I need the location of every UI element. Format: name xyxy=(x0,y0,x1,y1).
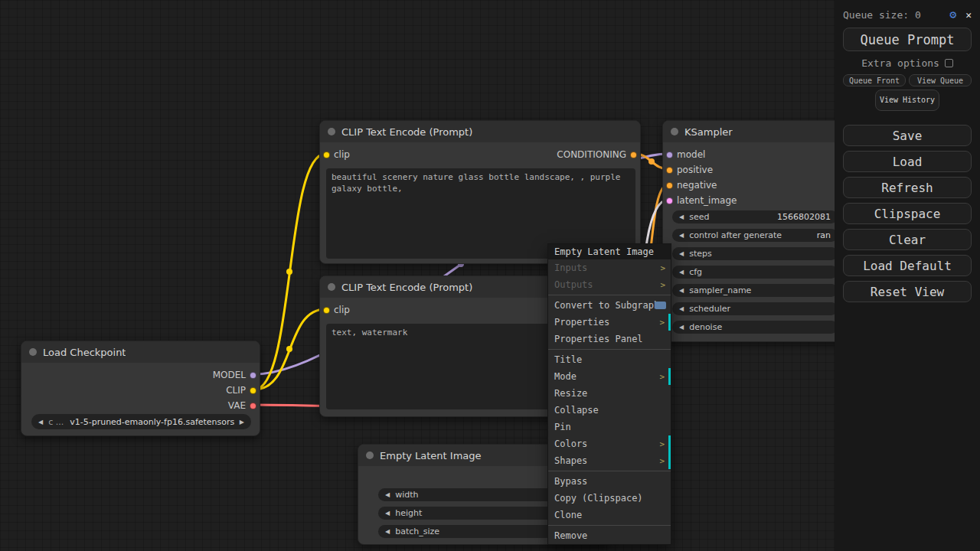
clipspace-button[interactable]: Clipspace xyxy=(843,203,972,224)
collapse-dot-icon[interactable] xyxy=(328,128,335,135)
load-button[interactable]: Load xyxy=(843,151,972,172)
output-slot-clip[interactable] xyxy=(250,387,256,394)
wire-dot xyxy=(286,269,292,275)
prev-value-icon[interactable]: ◀ xyxy=(679,324,684,331)
prev-value-icon[interactable]: ◀ xyxy=(38,419,43,425)
menu-item-outputs: Outputs > xyxy=(548,276,671,293)
view-queue-button[interactable]: View Queue xyxy=(909,74,972,86)
input-slot-clip[interactable] xyxy=(323,307,330,314)
settings-gear-icon[interactable]: ⚙ xyxy=(949,8,956,21)
clear-button[interactable]: Clear xyxy=(843,229,972,250)
save-button[interactable]: Save xyxy=(843,125,972,146)
submenu-arrow-icon: > xyxy=(659,372,665,382)
extra-options-checkbox[interactable] xyxy=(945,59,953,67)
prev-value-icon[interactable]: ◀ xyxy=(679,250,684,257)
node-load-checkpoint[interactable]: Load Checkpoint MODEL CLIP VAE ◀ c ... v… xyxy=(21,341,260,436)
menu-item-properties-panel[interactable]: Properties Panel xyxy=(548,331,671,347)
sampler-name-widget[interactable]: ◀ sampler_name xyxy=(672,284,838,297)
input-label-model: model xyxy=(677,149,705,160)
scheduler-widget[interactable]: ◀ scheduler xyxy=(672,302,838,315)
input-slot-latent-image[interactable] xyxy=(666,197,673,204)
prev-value-icon[interactable]: ◀ xyxy=(679,305,684,312)
input-slot-clip[interactable] xyxy=(323,152,330,158)
prev-value-icon[interactable]: ◀ xyxy=(679,287,684,294)
node-title: KSampler xyxy=(684,126,733,138)
widget-label: steps xyxy=(689,249,712,259)
output-slot-model[interactable] xyxy=(250,372,256,379)
queue-size-label: Queue size: 0 xyxy=(843,9,921,21)
menu-item-properties[interactable]: Properties > xyxy=(548,314,671,331)
widget-label: control after generate xyxy=(689,230,782,240)
collapse-dot-icon[interactable] xyxy=(328,283,335,291)
menu-item-shapes[interactable]: Shapes > xyxy=(548,452,671,469)
widget-label: batch_size xyxy=(395,527,439,536)
prev-value-icon[interactable]: ◀ xyxy=(385,528,390,535)
reset-view-button[interactable]: Reset View xyxy=(843,281,972,302)
collapse-dot-icon[interactable] xyxy=(671,128,678,135)
menu-item-remove[interactable]: Remove xyxy=(548,527,671,544)
output-label-clip: CLIP xyxy=(226,385,246,396)
comfy-menu-panel: Queue size: 0 ⚙ ✕ Queue Prompt Extra opt… xyxy=(835,0,980,551)
menu-item-resize[interactable]: Resize xyxy=(548,385,671,402)
input-slot-positive[interactable] xyxy=(666,167,673,174)
menu-item-inputs: Inputs > xyxy=(548,259,671,276)
submenu-arrow-icon: > xyxy=(659,318,665,328)
menu-item-clone[interactable]: Clone xyxy=(548,507,671,523)
prev-value-icon[interactable]: ◀ xyxy=(385,510,390,517)
widget-label: scheduler xyxy=(689,304,730,314)
collapse-dot-icon[interactable] xyxy=(366,452,374,459)
input-slot-negative[interactable] xyxy=(666,182,673,189)
widget-value: 1566802081 xyxy=(777,212,831,222)
cfg-widget[interactable]: ◀ cfg xyxy=(672,266,838,279)
menu-item-mode[interactable]: Mode > xyxy=(548,368,671,385)
widget-label: width xyxy=(395,490,418,500)
input-label-positive: positive xyxy=(677,165,713,175)
prev-value-icon[interactable]: ◀ xyxy=(679,214,684,220)
widget-label: seed xyxy=(689,212,709,222)
input-label-negative: negative xyxy=(677,180,717,191)
view-history-button[interactable]: View History xyxy=(875,90,939,111)
ckpt-name-widget[interactable]: ◀ c ... v1-5-pruned-emaonly-fp16.safeten… xyxy=(31,414,251,429)
steps-widget[interactable]: ◀ steps xyxy=(672,247,838,260)
collapse-dot-icon[interactable] xyxy=(29,348,37,356)
node-header[interactable]: KSampler xyxy=(663,121,845,142)
output-slot-vae[interactable] xyxy=(250,403,256,409)
submenu-arrow-icon: > xyxy=(659,456,665,466)
next-value-icon[interactable]: ▶ xyxy=(240,419,244,425)
output-slot-conditioning[interactable] xyxy=(630,152,637,158)
graph-canvas[interactable]: Load Checkpoint MODEL CLIP VAE ◀ c ... v… xyxy=(0,0,980,551)
node-header[interactable]: Load Checkpoint xyxy=(21,341,260,363)
submenu-arrow-icon: > xyxy=(660,263,665,273)
load-default-button[interactable]: Load Default xyxy=(843,255,972,276)
widget-label: denoise xyxy=(689,322,722,332)
denoise-widget[interactable]: ◀ denoise xyxy=(672,321,838,334)
menu-item-pin[interactable]: Pin xyxy=(548,419,671,435)
subgraph-badge-icon xyxy=(655,302,666,309)
output-label-model: MODEL xyxy=(213,370,246,380)
prev-value-icon[interactable]: ◀ xyxy=(679,232,684,239)
input-slot-model[interactable] xyxy=(666,152,673,158)
output-label-vae: VAE xyxy=(228,400,246,411)
queue-front-button[interactable]: Queue Front xyxy=(843,74,906,86)
node-title: Empty Latent Image xyxy=(380,450,482,461)
menu-item-convert-to-subgraph[interactable]: Convert to Subgraph xyxy=(548,297,671,314)
queue-prompt-button[interactable]: Queue Prompt xyxy=(843,28,972,51)
seed-widget[interactable]: ◀ seed 1566802081 xyxy=(672,210,838,223)
menu-item-collapse[interactable]: Collapse xyxy=(548,402,671,419)
node-ksampler[interactable]: KSampler model positive negative latent_… xyxy=(662,120,846,342)
prev-value-icon[interactable]: ◀ xyxy=(679,269,684,276)
widget-value: ran xyxy=(817,230,831,240)
node-header[interactable]: CLIP Text Encode (Prompt) xyxy=(320,121,640,142)
node-context-menu: Empty Latent Image Inputs > Outputs > Co… xyxy=(547,243,671,545)
close-icon[interactable]: ✕ xyxy=(965,9,972,21)
refresh-button[interactable]: Refresh xyxy=(843,177,972,198)
node-clip-text-encode-1[interactable]: CLIP Text Encode (Prompt) clip CONDITION… xyxy=(319,120,641,264)
prev-value-icon[interactable]: ◀ xyxy=(385,491,390,498)
menu-item-copy-clipspace[interactable]: Copy (Clipspace) xyxy=(548,490,671,507)
menu-item-bypass[interactable]: Bypass xyxy=(548,473,671,490)
menu-item-colors[interactable]: Colors > xyxy=(548,435,671,452)
output-label-conditioning: CONDITIONING xyxy=(557,149,626,160)
menu-item-title[interactable]: Title xyxy=(548,351,671,368)
node-title: CLIP Text Encode (Prompt) xyxy=(341,126,472,138)
control-after-generate-widget[interactable]: ◀ control after generate ran xyxy=(672,229,838,242)
